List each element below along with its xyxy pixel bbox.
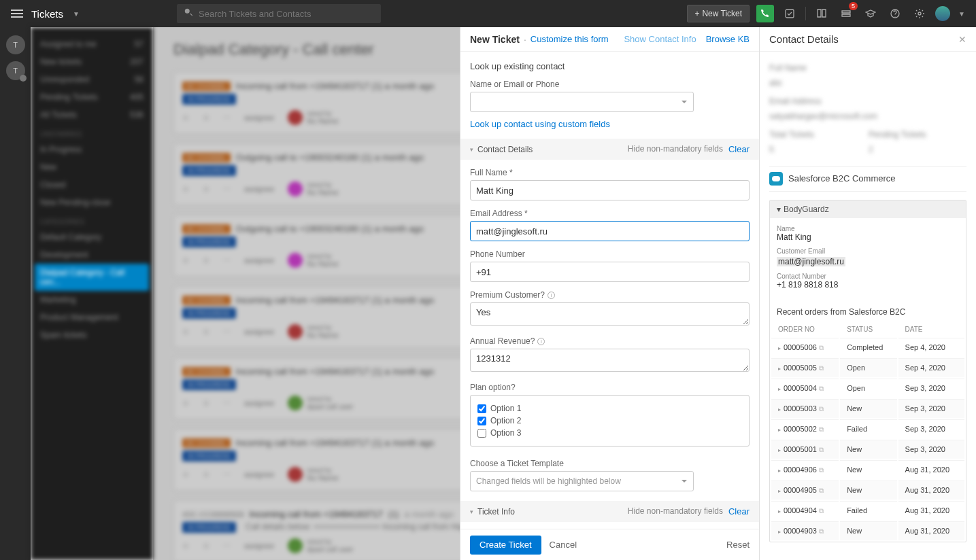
workspace-rail: T T [0, 27, 31, 560]
topbar: Tickets ▼ + New Ticket 5 [0, 0, 976, 27]
help-icon[interactable] [886, 5, 904, 22]
lookup-custom-link[interactable]: Look up contact using custom fields [470, 119, 750, 129]
full-name-label: Full Name * [470, 168, 750, 177]
chevron-down-icon: ▾ [470, 146, 473, 153]
orders-table: ORDER NO STATUS DATE ▸00005006⧉Completed… [770, 321, 966, 542]
full-name-input[interactable] [470, 180, 750, 200]
salesforce-integration[interactable]: Salesforce B2C Commerce [769, 166, 966, 192]
cancel-button[interactable]: Cancel [550, 540, 577, 550]
plan-option[interactable]: Option 1 [477, 402, 742, 415]
user-avatar[interactable] [935, 6, 950, 21]
inbox-icon[interactable]: 5 [837, 5, 855, 22]
search-input[interactable] [199, 9, 374, 19]
phone-icon[interactable] [756, 5, 774, 22]
phone-label: Phone Number [470, 249, 750, 259]
plan-checkbox[interactable] [477, 429, 486, 438]
chevron-down-icon[interactable]: ▼ [958, 10, 965, 18]
section-contact-details[interactable]: ▾ Contact Details Hide non-mandatory fie… [460, 139, 759, 160]
chevron-down-icon[interactable]: ▼ [73, 10, 80, 18]
email-input[interactable] [470, 221, 750, 241]
plan-option[interactable]: Option 3 [477, 427, 742, 439]
search-icon [184, 7, 193, 20]
info-icon: i [548, 292, 555, 299]
section-ticket-info[interactable]: ▾ Ticket Info Hide non-mandatory fields … [460, 501, 759, 522]
global-search[interactable] [177, 4, 381, 23]
new-ticket-form: New Ticket · Customize this form Show Co… [460, 27, 760, 560]
new-ticket-button[interactable]: + New Ticket [687, 5, 750, 22]
hide-nonmandatory-link[interactable]: Hide non-mandatory fields [628, 506, 723, 517]
clear-link[interactable]: Clear [728, 144, 750, 154]
plus-icon: + [694, 9, 699, 18]
premium-input[interactable] [470, 302, 750, 326]
checkbox-icon[interactable] [781, 5, 798, 22]
ticket-sidebar: Assigned to me57New tickets207Unresponde… [31, 27, 153, 560]
table-row[interactable]: ▸00004903⧉NewAug 31, 2020 [771, 521, 964, 540]
orders-heading: Recent orders from Salesforce B2C [770, 302, 966, 321]
plan-options: Option 1 Option 2 Option 3 [470, 395, 750, 447]
show-contact-info-link[interactable]: Show Contact Info [624, 34, 696, 44]
form-title: New Ticket [470, 34, 520, 45]
table-row[interactable]: ▸00005002⧉FailedSep 3, 2020 [771, 419, 964, 438]
cloud-icon [769, 172, 783, 186]
plan-checkbox[interactable] [477, 417, 486, 425]
table-row[interactable]: ▸00005003⧉NewSep 3, 2020 [771, 399, 964, 418]
email-label: Email Address * [470, 209, 750, 218]
template-label: Choose a Ticket Template [470, 459, 750, 468]
revenue-input[interactable] [470, 349, 750, 372]
table-row[interactable]: ▸00005001⧉NewSep 3, 2020 [771, 440, 964, 459]
plan-option[interactable]: Option 2 [477, 415, 742, 427]
info-icon: i [537, 338, 545, 345]
hide-nonmandatory-link[interactable]: Hide non-mandatory fields [628, 144, 723, 154]
lookup-label: Name or Email or Phone [470, 80, 750, 89]
module-title[interactable]: Tickets [31, 8, 63, 20]
gear-icon[interactable] [911, 5, 928, 22]
menu-icon[interactable] [11, 10, 23, 18]
chevron-down-icon: ▾ [777, 205, 781, 214]
close-icon[interactable]: ✕ [958, 34, 966, 45]
plan-checkbox[interactable] [477, 404, 486, 413]
browse-kb-link[interactable]: Browse KB [706, 34, 750, 44]
svg-rect-0 [786, 10, 794, 18]
lookup-heading: Look up existing contact [470, 61, 750, 71]
template-select[interactable]: Changed fields will be highlighted below [470, 471, 694, 491]
reset-button[interactable]: Reset [726, 540, 750, 550]
rail-avatar[interactable]: T [6, 35, 25, 54]
table-row[interactable]: ▸00005004⧉OpenSep 3, 2020 [771, 379, 964, 398]
phone-input[interactable] [470, 262, 750, 282]
table-row[interactable]: ▸00004906⧉NewAug 31, 2020 [771, 460, 964, 479]
clear-link[interactable]: Clear [728, 506, 750, 517]
graduation-icon[interactable] [862, 5, 879, 22]
revenue-label: Annual Revenue?i [470, 336, 750, 346]
svg-point-2 [918, 12, 921, 15]
contact-details-title: Contact Details [769, 33, 839, 45]
rail-avatar[interactable]: T [6, 61, 25, 80]
table-row[interactable]: ▸00004905⧉NewAug 31, 2020 [771, 480, 964, 500]
create-ticket-button[interactable]: Create Ticket [470, 536, 541, 555]
plan-label: Plan option? [470, 383, 750, 392]
customize-form-link[interactable]: Customize this form [531, 34, 609, 44]
notification-badge: 5 [849, 2, 858, 10]
book-icon[interactable] [813, 5, 830, 22]
lookup-contact-select[interactable] [470, 92, 694, 112]
table-row[interactable]: ▸00005005⧉OpenSep 4, 2020 [771, 358, 964, 377]
accordion-header[interactable]: ▾ BodyGuardz [770, 200, 966, 218]
chevron-down-icon: ▾ [470, 508, 473, 515]
premium-label: Premium Customer?i [470, 290, 750, 300]
table-row[interactable]: ▸00005006⧉CompletedSep 4, 2020 [771, 338, 964, 357]
table-row[interactable]: ▸00004904⧉FailedAug 31, 2020 [771, 501, 964, 520]
contact-details-panel: Contact Details ✕ Full Name abc Email Ad… [760, 27, 976, 560]
